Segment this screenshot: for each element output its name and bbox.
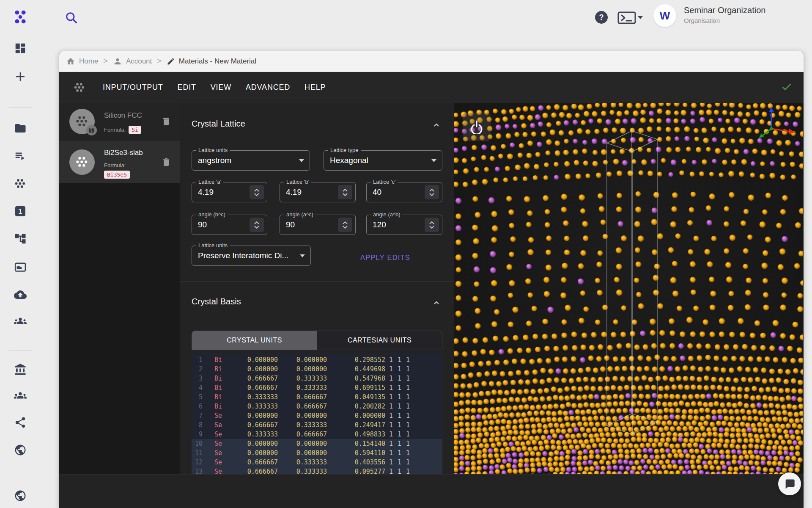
breadcrumb-current-page[interactable]: Materials - New Material [167,57,256,66]
cloud-upload-icon[interactable] [14,288,27,301]
menu-help[interactable]: HELP [304,83,326,92]
jobs-list-icon[interactable] [14,149,27,162]
svg-text:1: 1 [19,208,22,215]
constraint-flags: 1 1 1 [389,468,410,474]
basis-row[interactable]: 10Se0.0000000.0000000.1541401 1 1 [192,439,442,448]
lattice-units-select[interactable]: Lattice units angstrom [192,150,310,171]
field-label: Lattice 'a' [196,179,223,185]
tab-cartesian-units[interactable]: CARTESIAN UNITS [317,331,442,350]
apply-edits-button[interactable]: APPLY EDITS [349,254,421,262]
material-item-bi2se3-slab[interactable]: Bi2Se3-slab Formula: Bi3Se5 [59,141,180,183]
team-icon[interactable] [14,315,27,327]
coord-z: 0.200282 [327,403,385,410]
org-avatar: W [653,4,676,27]
formula-label: Formula: [104,162,126,168]
lattice-a-input[interactable]: Lattice 'a' 4.19 [192,182,267,202]
row-number: 6 [192,403,203,410]
basis-row[interactable]: 4Bi0.6666670.3333330.6991151 1 1 [192,383,442,392]
console-icon[interactable] [617,11,636,26]
crystal-lattice-title: Crystal Lattice [192,119,245,129]
viewer-power-button[interactable] [463,113,491,141]
delete-material-button[interactable] [161,157,171,169]
coord-x: 0.333333 [231,393,278,401]
basis-row[interactable]: 9Se0.3333330.6666670.4988331 1 1 [192,430,442,439]
constraint-flags: 1 1 1 [389,365,410,373]
field-label: angle (a^c) [284,211,315,218]
main-card: Home > Account > Materials - New Materia… [59,51,804,508]
number-stepper[interactable] [338,218,352,232]
axes-gizmo[interactable] [745,105,796,148]
basis-row[interactable]: 5Bi0.3333330.6666670.0491351 1 1 [192,392,442,402]
basis-row[interactable]: 12Se0.6666670.3333330.4035561 1 1 [192,458,442,467]
share-icon[interactable] [14,416,27,429]
folder-icon[interactable] [14,122,27,135]
material-item-silicon[interactable]: Silicon FCC Formula: Si [59,103,180,141]
angle-bc-input[interactable]: angle (b^c) 90 [192,215,267,235]
breadcrumb: Home > Account > Materials - New Materia… [59,51,804,72]
console-dropdown-caret-icon[interactable] [638,16,643,22]
formula-label: Formula: [104,127,126,133]
basis-row[interactable]: 7Se0.0000000.0000000.0000001 1 1 [192,411,442,420]
card-footer [59,474,804,508]
basis-row[interactable]: 6Bi0.3333330.6666670.2002821 1 1 [192,402,442,411]
breadcrumb-home[interactable]: Home [66,57,98,66]
element-symbol: Se [214,431,231,438]
materials-dots-icon[interactable] [14,177,27,190]
basis-row[interactable]: 11Se0.0000000.0000000.5941101 1 1 [192,448,442,458]
basis-row[interactable]: 1Bi0.0000000.0000000.2985521 1 1 [192,355,442,364]
number-stepper[interactable] [250,185,264,199]
constraint-flags: 1 1 1 [389,431,410,438]
basis-row[interactable]: 13Se0.6666670.3333330.0952771 1 1 [192,467,442,474]
coord-x: 0.666667 [231,458,278,466]
coord-x: 0.000000 [231,440,278,447]
rail-divider [8,107,32,108]
add-icon[interactable] [14,70,27,83]
lattice-c-input[interactable]: Lattice 'c' 40 [366,182,442,202]
app-logo-icon[interactable] [12,9,28,25]
bank-icon[interactable] [14,363,27,376]
tab-crystal-units[interactable]: CRYSTAL UNITS [192,331,317,350]
dashboard-icon[interactable] [14,42,27,55]
coord-z: 0.249417 [327,421,385,429]
filter-one-icon[interactable]: 1 [14,205,27,218]
basis-row[interactable]: 8Se0.6666670.3333330.2494171 1 1 [192,420,442,430]
pencil-icon [167,57,175,66]
org-switcher[interactable]: W Seminar Organization Organisation [653,4,765,27]
delete-material-button[interactable] [161,116,171,128]
number-stepper[interactable] [425,218,439,232]
coord-z: 0.498833 [327,431,385,438]
saved-check-icon[interactable] [781,81,793,94]
select-caret-icon [300,254,305,260]
chat-launcher-button[interactable] [778,472,801,495]
menu-view[interactable]: VIEW [211,83,231,92]
lattice-edit-mode-select[interactable]: Lattice units Preserve Interatomic Di... [192,246,311,266]
number-stepper[interactable] [338,185,352,199]
collapse-lattice-icon[interactable] [431,120,442,132]
breadcrumb-label: Account [126,57,152,66]
atoms-canvas[interactable] [454,103,803,474]
search-icon[interactable] [65,11,78,25]
collapse-basis-icon[interactable] [431,298,442,309]
lattice-type-select[interactable]: Lattice type Hexagonal [324,150,442,171]
globe-bottom-icon[interactable] [14,489,27,502]
basis-table[interactable]: 1Bi0.0000000.0000000.2985521 1 12Bi0.000… [192,353,442,474]
help-icon[interactable]: ? [595,11,608,24]
angle-ac-input[interactable]: angle (a^c) 90 [280,215,356,235]
basis-row[interactable]: 2Bi0.0000000.0000000.4496981 1 1 [192,364,442,374]
structure-viewport[interactable] [454,103,804,474]
row-number: 5 [192,393,203,401]
lattice-b-input[interactable]: Lattice 'b' 4.19 [280,182,356,202]
breadcrumb-separator: > [103,57,108,66]
menu-advanced[interactable]: ADVANCED [246,83,290,92]
menu-edit[interactable]: EDIT [178,83,196,92]
image-bank-icon[interactable] [14,261,27,273]
breadcrumb-account[interactable]: Account [113,57,152,66]
organization-users-icon[interactable] [14,389,27,402]
number-stepper[interactable] [250,218,264,232]
angle-ab-input[interactable]: angle (a^b) 120 [366,215,442,235]
menu-input-output[interactable]: INPUT/OUTPUT [103,83,163,92]
number-stepper[interactable] [425,185,439,199]
globe-icon[interactable] [14,444,27,456]
workflows-tree-icon[interactable] [14,232,27,245]
basis-row[interactable]: 3Bi0.6666670.3333330.5479681 1 1 [192,374,442,383]
